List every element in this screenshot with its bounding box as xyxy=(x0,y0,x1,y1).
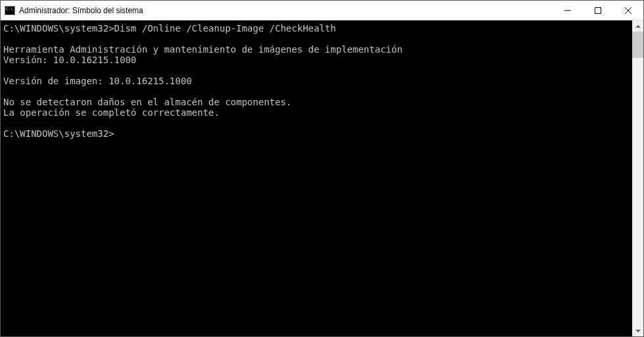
window-controls xyxy=(553,1,643,20)
window-title: Administrador: Símbolo del sistema xyxy=(19,6,143,15)
svg-rect-1 xyxy=(595,7,601,13)
minimize-icon xyxy=(564,7,571,14)
title-left: Administrador: Símbolo del sistema xyxy=(1,6,143,15)
prompt: C:\WINDOWS\system32> xyxy=(3,23,114,34)
scroll-track[interactable] xyxy=(632,32,643,325)
maximize-icon xyxy=(595,7,601,14)
output-line: La operación se completó correctamente. xyxy=(3,107,220,118)
client-area: C:\WINDOWS\system32>Dism /Online /Cleanu… xyxy=(1,20,643,336)
cursor xyxy=(114,130,120,139)
chevron-up-icon xyxy=(635,25,641,28)
svg-marker-4 xyxy=(635,25,641,28)
maximize-button[interactable] xyxy=(583,1,613,20)
scroll-down-button[interactable] xyxy=(632,325,643,336)
minimize-button[interactable] xyxy=(553,1,583,20)
cmd-icon xyxy=(5,6,15,15)
command-text: Dism /Online /Cleanup-Image /CheckHealth xyxy=(114,23,336,34)
titlebar[interactable]: Administrador: Símbolo del sistema xyxy=(1,1,643,20)
scroll-up-button[interactable] xyxy=(632,20,643,32)
close-icon xyxy=(625,7,632,14)
close-button[interactable] xyxy=(613,1,643,20)
chevron-down-icon xyxy=(635,330,641,332)
prompt: C:\WINDOWS\system32> xyxy=(3,128,114,139)
scroll-thumb[interactable] xyxy=(632,32,643,58)
vertical-scrollbar[interactable] xyxy=(632,20,643,336)
output-line: Herramienta Administración y mantenimien… xyxy=(3,44,403,55)
output-line: Versión de imagen: 10.0.16215.1000 xyxy=(3,76,192,86)
output-line: No se detectaron daños en el almacén de … xyxy=(3,97,291,107)
output-line: Versión: 10.0.16215.1000 xyxy=(3,55,136,65)
terminal-output[interactable]: C:\WINDOWS\system32>Dism /Online /Cleanu… xyxy=(1,20,632,336)
svg-marker-5 xyxy=(635,330,641,332)
